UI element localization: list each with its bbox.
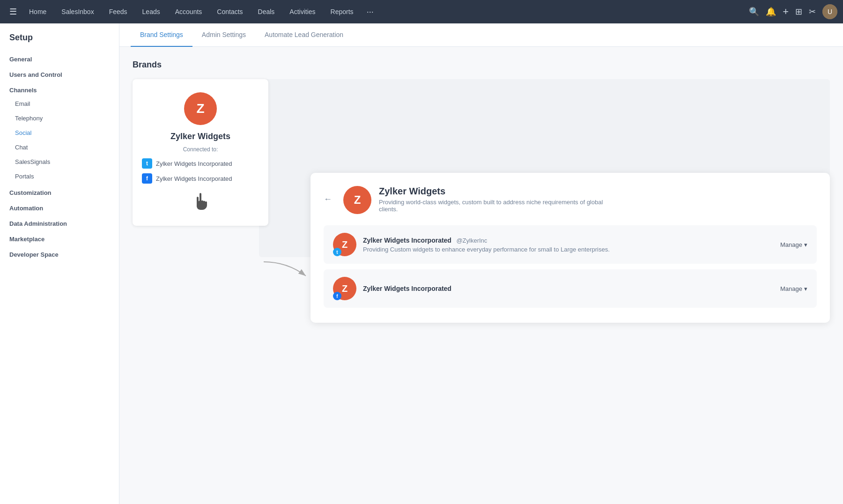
brand-detail-name: Zylker Widgets bbox=[379, 186, 622, 197]
brand-card-twitter-label: Zylker Widgets Incorporated bbox=[156, 160, 232, 167]
nav-home[interactable]: Home bbox=[22, 5, 53, 18]
avatar[interactable]: U bbox=[822, 4, 837, 19]
sidebar-item-automation[interactable]: Automation bbox=[0, 199, 119, 215]
nav-salesinbox[interactable]: SalesInbox bbox=[55, 5, 100, 18]
tab-brand-settings[interactable]: Brand Settings bbox=[131, 23, 192, 47]
manage-button-facebook[interactable]: Manage ▾ bbox=[780, 285, 807, 292]
brand-detail-header: ← Z Zylker Widgets Providing world-class… bbox=[324, 186, 817, 214]
content-area: Brands Z Zylker Widgets Connected to: t … bbox=[119, 47, 843, 383]
chevron-down-icon-fb: ▾ bbox=[804, 285, 807, 292]
brands-section-title: Brands bbox=[133, 60, 830, 70]
brand-card-avatar: Z bbox=[184, 92, 217, 125]
sidebar-title: Setup bbox=[0, 33, 119, 50]
account-info-facebook: Zylker Widgets Incorporated bbox=[363, 284, 774, 293]
account-name-twitter: Zylker Widgets Incorporated @ZylkerInc bbox=[363, 236, 774, 245]
facebook-icon: f bbox=[142, 173, 152, 184]
sidebar-item-users-and-control[interactable]: Users and Control bbox=[0, 66, 119, 81]
sidebar-item-telephony[interactable]: Telephony bbox=[0, 111, 119, 126]
sidebar: Setup General Users and Control Channels… bbox=[0, 23, 119, 504]
account-info-twitter: Zylker Widgets Incorporated @ZylkerInc P… bbox=[363, 236, 774, 253]
nav-more[interactable]: ··· bbox=[362, 5, 378, 19]
account-name-facebook: Zylker Widgets Incorporated bbox=[363, 284, 774, 293]
sidebar-item-marketplace[interactable]: Marketplace bbox=[0, 230, 119, 245]
twitter-badge: t bbox=[333, 248, 341, 256]
account-avatar-twitter: Z t bbox=[333, 233, 356, 256]
nav-right-actions: 🔍 🔔 + ⊞ ✂ U bbox=[749, 4, 837, 19]
brand-detail-description: Providing world-class widgets, custom bu… bbox=[379, 199, 622, 213]
top-navigation: ☰ Home SalesInbox Feeds Leads Accounts C… bbox=[0, 0, 843, 23]
account-avatar-facebook: Z f bbox=[333, 277, 356, 300]
app-layout: Setup General Users and Control Channels… bbox=[0, 23, 843, 504]
panels-container: Z Zylker Widgets Connected to: t Zylker … bbox=[133, 79, 830, 370]
sidebar-item-data-administration[interactable]: Data Administration bbox=[0, 215, 119, 230]
arrow-connector bbox=[259, 257, 315, 285]
nav-feeds[interactable]: Feeds bbox=[103, 5, 134, 18]
nav-deals[interactable]: Deals bbox=[251, 5, 281, 18]
twitter-icon: t bbox=[142, 158, 152, 169]
tabs-bar: Brand Settings Admin Settings Automate L… bbox=[119, 23, 843, 47]
account-row-twitter: Z t Zylker Widgets Incorporated @ZylkerI… bbox=[324, 225, 817, 264]
notification-icon[interactable]: 🔔 bbox=[766, 7, 776, 17]
settings-icon[interactable]: ✂ bbox=[809, 7, 816, 17]
grid-icon[interactable]: ⊞ bbox=[795, 7, 802, 17]
sidebar-item-email[interactable]: Email bbox=[0, 96, 119, 111]
account-handle-twitter: @ZylkerInc bbox=[456, 237, 487, 244]
cursor-hint bbox=[193, 193, 208, 213]
brand-card-connected-label: Connected to: bbox=[183, 146, 218, 153]
add-icon[interactable]: + bbox=[783, 6, 789, 18]
sidebar-item-chat[interactable]: Chat bbox=[0, 140, 119, 155]
sidebar-item-developer-space[interactable]: Developer Space bbox=[0, 245, 119, 261]
facebook-badge: f bbox=[333, 292, 341, 300]
nav-reports[interactable]: Reports bbox=[324, 5, 360, 18]
manage-button-twitter[interactable]: Manage ▾ bbox=[780, 241, 807, 248]
svg-text:U: U bbox=[828, 8, 832, 15]
menu-icon[interactable]: ☰ bbox=[6, 5, 21, 19]
brand-card-name: Zylker Widgets bbox=[170, 132, 230, 141]
nav-accounts[interactable]: Accounts bbox=[169, 5, 209, 18]
sidebar-item-salessignals[interactable]: SalesSignals bbox=[0, 155, 119, 169]
brand-detail-panel: ← Z Zylker Widgets Providing world-class… bbox=[311, 173, 830, 323]
brand-detail-info: Zylker Widgets Providing world-class wid… bbox=[379, 186, 622, 213]
search-icon[interactable]: 🔍 bbox=[749, 7, 759, 17]
sidebar-item-customization[interactable]: Customization bbox=[0, 184, 119, 199]
chevron-down-icon: ▾ bbox=[804, 241, 807, 248]
brand-card-twitter-account: t Zylker Widgets Incorporated bbox=[142, 158, 259, 169]
brand-card-facebook-label: Zylker Widgets Incorporated bbox=[156, 175, 232, 182]
brand-card-small[interactable]: Z Zylker Widgets Connected to: t Zylker … bbox=[133, 79, 268, 226]
account-desc-twitter: Providing Custom widgets to enhance ever… bbox=[363, 246, 774, 253]
nav-contacts[interactable]: Contacts bbox=[210, 5, 249, 18]
tab-admin-settings[interactable]: Admin Settings bbox=[192, 23, 255, 47]
sidebar-item-social[interactable]: Social bbox=[0, 126, 119, 140]
nav-activities[interactable]: Activities bbox=[283, 5, 322, 18]
nav-leads[interactable]: Leads bbox=[136, 5, 167, 18]
sidebar-item-general[interactable]: General bbox=[0, 50, 119, 66]
brand-detail-avatar: Z bbox=[343, 186, 371, 214]
sidebar-item-portals[interactable]: Portals bbox=[0, 169, 119, 184]
tab-automate-lead-gen[interactable]: Automate Lead Generation bbox=[255, 23, 353, 47]
account-row-facebook: Z f Zylker Widgets Incorporated Manage ▾ bbox=[324, 269, 817, 308]
main-content: Brand Settings Admin Settings Automate L… bbox=[119, 23, 843, 504]
brand-card-facebook-account: f Zylker Widgets Incorporated bbox=[142, 173, 259, 184]
back-button[interactable]: ← bbox=[324, 194, 332, 204]
sidebar-item-channels[interactable]: Channels bbox=[0, 81, 119, 96]
